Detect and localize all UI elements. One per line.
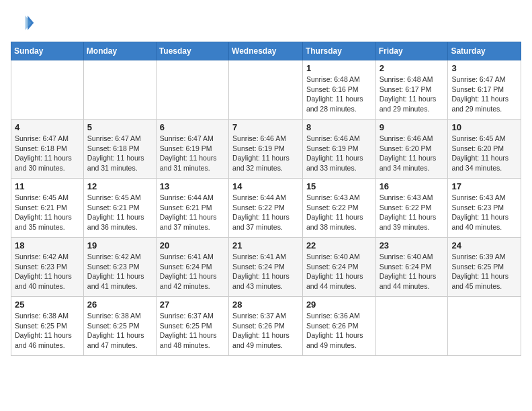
calendar-cell: 3Sunrise: 6:47 AM Sunset: 6:17 PM Daylig… xyxy=(448,60,521,120)
day-info: Sunrise: 6:46 AM Sunset: 6:19 PM Dayligh… xyxy=(306,134,372,173)
calendar-cell xyxy=(11,60,84,120)
calendar-cell: 29Sunrise: 6:36 AM Sunset: 6:26 PM Dayli… xyxy=(302,297,375,356)
day-number: 20 xyxy=(160,240,225,250)
weekday-header: Thursday xyxy=(302,42,375,60)
day-number: 12 xyxy=(87,181,152,191)
weekday-header: Wednesday xyxy=(229,42,303,60)
calendar-cell: 6Sunrise: 6:47 AM Sunset: 6:19 PM Daylig… xyxy=(156,120,228,179)
calendar-cell: 23Sunrise: 6:40 AM Sunset: 6:24 PM Dayli… xyxy=(375,238,448,297)
day-number: 27 xyxy=(160,300,225,310)
day-info: Sunrise: 6:43 AM Sunset: 6:23 PM Dayligh… xyxy=(451,193,517,232)
day-number: 29 xyxy=(306,300,372,310)
calendar-week-row: 4Sunrise: 6:47 AM Sunset: 6:18 PM Daylig… xyxy=(11,120,521,179)
calendar-cell xyxy=(448,297,521,356)
day-number: 22 xyxy=(306,240,372,250)
calendar-cell: 13Sunrise: 6:44 AM Sunset: 6:21 PM Dayli… xyxy=(156,179,228,238)
day-number: 26 xyxy=(87,300,152,310)
weekday-header: Saturday xyxy=(448,42,521,60)
day-number: 24 xyxy=(451,240,517,250)
day-number: 25 xyxy=(15,300,80,310)
day-info: Sunrise: 6:47 AM Sunset: 6:18 PM Dayligh… xyxy=(15,134,80,173)
day-info: Sunrise: 6:41 AM Sunset: 6:24 PM Dayligh… xyxy=(160,252,225,291)
weekday-header: Sunday xyxy=(11,42,84,60)
day-number: 7 xyxy=(232,122,299,132)
calendar-cell xyxy=(83,60,156,120)
calendar-cell: 9Sunrise: 6:46 AM Sunset: 6:20 PM Daylig… xyxy=(375,120,448,179)
day-info: Sunrise: 6:48 AM Sunset: 6:16 PM Dayligh… xyxy=(306,75,372,114)
calendar-cell: 4Sunrise: 6:47 AM Sunset: 6:18 PM Daylig… xyxy=(11,120,84,179)
day-info: Sunrise: 6:45 AM Sunset: 6:20 PM Dayligh… xyxy=(451,134,517,173)
day-number: 15 xyxy=(306,181,372,191)
calendar-cell: 18Sunrise: 6:42 AM Sunset: 6:23 PM Dayli… xyxy=(11,238,84,297)
calendar-cell: 12Sunrise: 6:45 AM Sunset: 6:21 PM Dayli… xyxy=(83,179,156,238)
calendar-cell: 2Sunrise: 6:48 AM Sunset: 6:17 PM Daylig… xyxy=(375,60,448,120)
logo xyxy=(11,11,38,35)
day-info: Sunrise: 6:38 AM Sunset: 6:25 PM Dayligh… xyxy=(15,311,80,351)
calendar-cell xyxy=(375,297,448,356)
day-number: 16 xyxy=(380,181,445,191)
day-number: 18 xyxy=(15,240,80,250)
day-number: 13 xyxy=(160,181,225,191)
day-number: 28 xyxy=(232,300,299,310)
calendar-week-row: 25Sunrise: 6:38 AM Sunset: 6:25 PM Dayli… xyxy=(11,297,521,356)
day-info: Sunrise: 6:43 AM Sunset: 6:22 PM Dayligh… xyxy=(380,193,445,232)
day-info: Sunrise: 6:37 AM Sunset: 6:26 PM Dayligh… xyxy=(232,311,299,351)
calendar-cell: 24Sunrise: 6:39 AM Sunset: 6:25 PM Dayli… xyxy=(448,238,521,297)
day-info: Sunrise: 6:42 AM Sunset: 6:23 PM Dayligh… xyxy=(87,252,152,291)
weekday-header: Tuesday xyxy=(156,42,228,60)
calendar-cell: 21Sunrise: 6:41 AM Sunset: 6:24 PM Dayli… xyxy=(229,238,303,297)
calendar-cell: 20Sunrise: 6:41 AM Sunset: 6:24 PM Dayli… xyxy=(156,238,228,297)
calendar-cell: 19Sunrise: 6:42 AM Sunset: 6:23 PM Dayli… xyxy=(83,238,156,297)
calendar-cell: 5Sunrise: 6:47 AM Sunset: 6:18 PM Daylig… xyxy=(83,120,156,179)
calendar-cell xyxy=(229,60,303,120)
day-info: Sunrise: 6:44 AM Sunset: 6:21 PM Dayligh… xyxy=(160,193,225,232)
day-info: Sunrise: 6:45 AM Sunset: 6:21 PM Dayligh… xyxy=(15,193,80,232)
calendar-week-row: 18Sunrise: 6:42 AM Sunset: 6:23 PM Dayli… xyxy=(11,238,521,297)
calendar-cell: 27Sunrise: 6:37 AM Sunset: 6:25 PM Dayli… xyxy=(156,297,228,356)
day-info: Sunrise: 6:48 AM Sunset: 6:17 PM Dayligh… xyxy=(380,75,445,114)
weekday-header: Monday xyxy=(83,42,156,60)
day-info: Sunrise: 6:40 AM Sunset: 6:24 PM Dayligh… xyxy=(306,252,372,291)
day-number: 14 xyxy=(232,181,299,191)
logo-icon xyxy=(11,11,35,35)
day-info: Sunrise: 6:47 AM Sunset: 6:18 PM Dayligh… xyxy=(87,134,152,173)
day-number: 5 xyxy=(87,122,152,132)
day-info: Sunrise: 6:37 AM Sunset: 6:25 PM Dayligh… xyxy=(160,311,225,351)
calendar-header-row: SundayMondayTuesdayWednesdayThursdayFrid… xyxy=(11,42,521,60)
day-info: Sunrise: 6:42 AM Sunset: 6:23 PM Dayligh… xyxy=(15,252,80,291)
calendar-cell: 16Sunrise: 6:43 AM Sunset: 6:22 PM Dayli… xyxy=(375,179,448,238)
calendar-cell: 26Sunrise: 6:38 AM Sunset: 6:25 PM Dayli… xyxy=(83,297,156,356)
calendar-cell xyxy=(156,60,228,120)
day-number: 1 xyxy=(306,63,372,73)
day-info: Sunrise: 6:38 AM Sunset: 6:25 PM Dayligh… xyxy=(87,311,152,351)
calendar-cell: 22Sunrise: 6:40 AM Sunset: 6:24 PM Dayli… xyxy=(302,238,375,297)
calendar-cell: 17Sunrise: 6:43 AM Sunset: 6:23 PM Dayli… xyxy=(448,179,521,238)
day-number: 2 xyxy=(380,63,445,73)
calendar-table: SundayMondayTuesdayWednesdayThursdayFrid… xyxy=(11,42,521,356)
day-number: 10 xyxy=(451,122,517,132)
day-info: Sunrise: 6:45 AM Sunset: 6:21 PM Dayligh… xyxy=(87,193,152,232)
calendar-cell: 15Sunrise: 6:43 AM Sunset: 6:22 PM Dayli… xyxy=(302,179,375,238)
calendar-week-row: 1Sunrise: 6:48 AM Sunset: 6:16 PM Daylig… xyxy=(11,60,521,120)
calendar-cell: 28Sunrise: 6:37 AM Sunset: 6:26 PM Dayli… xyxy=(229,297,303,356)
calendar-week-row: 11Sunrise: 6:45 AM Sunset: 6:21 PM Dayli… xyxy=(11,179,521,238)
calendar-cell: 1Sunrise: 6:48 AM Sunset: 6:16 PM Daylig… xyxy=(302,60,375,120)
day-number: 11 xyxy=(15,181,80,191)
day-number: 6 xyxy=(160,122,225,132)
day-info: Sunrise: 6:46 AM Sunset: 6:19 PM Dayligh… xyxy=(232,134,299,173)
day-number: 17 xyxy=(451,181,517,191)
calendar-cell: 14Sunrise: 6:44 AM Sunset: 6:22 PM Dayli… xyxy=(229,179,303,238)
day-info: Sunrise: 6:44 AM Sunset: 6:22 PM Dayligh… xyxy=(232,193,299,232)
calendar-cell: 11Sunrise: 6:45 AM Sunset: 6:21 PM Dayli… xyxy=(11,179,84,238)
weekday-header: Friday xyxy=(375,42,448,60)
calendar-cell: 8Sunrise: 6:46 AM Sunset: 6:19 PM Daylig… xyxy=(302,120,375,179)
day-info: Sunrise: 6:47 AM Sunset: 6:17 PM Dayligh… xyxy=(451,75,517,114)
day-info: Sunrise: 6:43 AM Sunset: 6:22 PM Dayligh… xyxy=(306,193,372,232)
day-info: Sunrise: 6:47 AM Sunset: 6:19 PM Dayligh… xyxy=(160,134,225,173)
day-info: Sunrise: 6:41 AM Sunset: 6:24 PM Dayligh… xyxy=(232,252,299,291)
day-info: Sunrise: 6:36 AM Sunset: 6:26 PM Dayligh… xyxy=(306,311,372,351)
day-number: 9 xyxy=(380,122,445,132)
day-number: 19 xyxy=(87,240,152,250)
calendar-cell: 7Sunrise: 6:46 AM Sunset: 6:19 PM Daylig… xyxy=(229,120,303,179)
day-number: 21 xyxy=(232,240,299,250)
